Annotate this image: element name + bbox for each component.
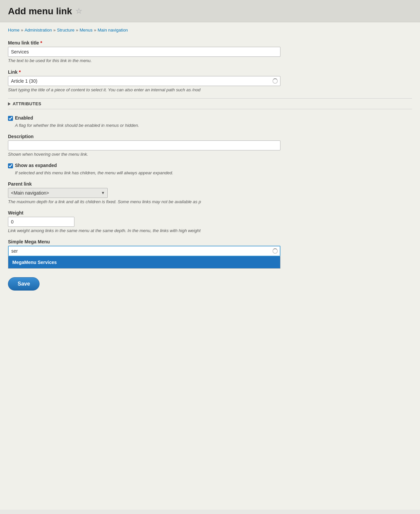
breadcrumb: Home » Administration » Structure » Menu… xyxy=(8,28,412,33)
weight-description: Link weight among links in the same menu… xyxy=(8,228,412,233)
page-title-text: Add menu link xyxy=(8,6,72,17)
mega-menu-dropdown: MegaMenu Services xyxy=(8,256,280,269)
show-expanded-checkbox-row: Show as expanded xyxy=(8,163,412,168)
mega-menu-input[interactable] xyxy=(8,246,280,256)
breadcrumb-home[interactable]: Home xyxy=(8,28,20,33)
breadcrumb-main-navigation[interactable]: Main navigation xyxy=(98,28,128,33)
breadcrumb-menus[interactable]: Menus xyxy=(80,28,93,33)
description-section: Description Shown when hovering over the… xyxy=(8,134,412,157)
parent-link-section: Parent link <Main navigation> <No parent… xyxy=(8,181,412,204)
show-expanded-label[interactable]: Show as expanded xyxy=(15,163,57,168)
menu-link-title-section: Menu link title * The text to be used fo… xyxy=(8,40,412,63)
main-content: Home » Administration » Structure » Menu… xyxy=(0,22,420,510)
show-expanded-section: Show as expanded If selected and this me… xyxy=(8,163,412,175)
mega-menu-section: Simple Mega Menu MegaMenu Services xyxy=(8,239,412,269)
attributes-collapsible[interactable]: ATTRIBUTES xyxy=(8,98,412,109)
breadcrumb-administration[interactable]: Administration xyxy=(25,28,52,33)
breadcrumb-sep-3: » xyxy=(76,28,78,33)
enabled-checkbox-row: Enabled xyxy=(8,115,412,121)
enabled-section: Enabled A flag for whether the link shou… xyxy=(8,115,412,128)
mega-spinner-icon xyxy=(272,248,278,254)
link-label: Link * xyxy=(8,69,412,75)
show-expanded-checkbox[interactable] xyxy=(8,163,13,168)
parent-link-description: The maximum depth for a link and all its… xyxy=(8,199,412,204)
weight-section: Weight Link weight among links in the sa… xyxy=(8,210,412,233)
enabled-description: A flag for whether the link should be en… xyxy=(15,123,412,128)
breadcrumb-sep-2: » xyxy=(53,28,55,33)
attributes-triangle-icon xyxy=(8,102,11,106)
weight-input[interactable] xyxy=(8,217,74,227)
link-spinner-icon xyxy=(272,78,278,84)
parent-link-select[interactable]: <Main navigation> <No parent> xyxy=(8,188,108,198)
required-star-title: * xyxy=(40,40,42,45)
menu-link-title-description: The text to be used for this link in the… xyxy=(8,58,412,63)
attributes-header[interactable]: ATTRIBUTES xyxy=(8,101,412,106)
link-section: Link * Start typing the title of a piece… xyxy=(8,69,412,92)
parent-link-label: Parent link xyxy=(8,181,412,187)
page-title: Add menu link ☆ xyxy=(8,6,412,17)
link-description: Start typing the title of a piece of con… xyxy=(8,87,412,92)
link-input-wrap xyxy=(8,76,280,86)
save-button[interactable]: Save xyxy=(8,277,40,291)
enabled-label[interactable]: Enabled xyxy=(15,115,33,121)
attributes-label: ATTRIBUTES xyxy=(13,101,42,106)
description-input[interactable] xyxy=(8,140,280,150)
description-hint: Shown when hovering over the menu link. xyxy=(8,152,412,157)
mega-input-wrap xyxy=(8,246,280,256)
mega-menu-label: Simple Mega Menu xyxy=(8,239,412,244)
enabled-checkbox[interactable] xyxy=(8,116,13,121)
breadcrumb-sep-1: » xyxy=(21,28,23,33)
page-header: Add menu link ☆ xyxy=(0,0,420,22)
required-star-link: * xyxy=(19,69,21,75)
link-input[interactable] xyxy=(8,76,280,86)
description-label: Description xyxy=(8,134,412,139)
mega-menu-option-services[interactable]: MegaMenu Services xyxy=(8,256,280,268)
menu-link-title-label: Menu link title * xyxy=(8,40,412,45)
breadcrumb-structure[interactable]: Structure xyxy=(57,28,75,33)
weight-label: Weight xyxy=(8,210,412,215)
menu-link-title-input[interactable] xyxy=(8,47,280,57)
show-expanded-description: If selected and this menu link has child… xyxy=(15,170,412,175)
breadcrumb-sep-4: » xyxy=(94,28,96,33)
parent-link-select-wrap: <Main navigation> <No parent> ▼ xyxy=(8,188,108,198)
bookmark-star-icon[interactable]: ☆ xyxy=(75,7,82,16)
